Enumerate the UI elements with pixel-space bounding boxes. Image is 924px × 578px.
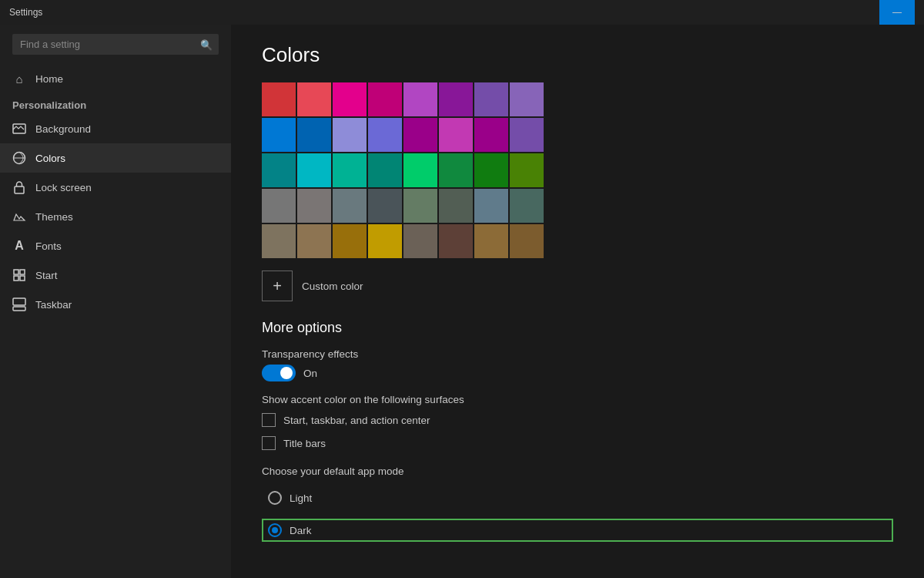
svg-rect-3 xyxy=(15,187,24,193)
sidebar-item-themes[interactable]: Themes xyxy=(0,202,231,231)
transparency-option: Transparency effects On xyxy=(262,348,893,381)
radio-light[interactable]: Light xyxy=(262,486,893,509)
radio-dark-label: Dark xyxy=(290,525,312,536)
color-swatch[interactable] xyxy=(368,153,402,187)
colors-icon xyxy=(12,151,26,165)
color-swatch[interactable] xyxy=(297,153,331,187)
color-swatch[interactable] xyxy=(439,118,473,152)
color-swatch[interactable] xyxy=(333,224,367,258)
transparency-toggle-row: On xyxy=(262,365,893,381)
sidebar-colors-label: Colors xyxy=(35,153,65,164)
radio-dark-inner xyxy=(272,527,278,533)
color-swatch[interactable] xyxy=(403,82,437,116)
more-options-title: More options xyxy=(262,320,893,336)
color-swatch[interactable] xyxy=(333,118,367,152)
color-swatch[interactable] xyxy=(510,189,544,223)
color-row xyxy=(262,153,893,187)
search-container: 🔍 xyxy=(12,34,219,55)
sidebar-item-background[interactable]: Background xyxy=(0,114,231,143)
color-swatch[interactable] xyxy=(368,224,402,258)
svg-rect-4 xyxy=(14,270,18,274)
transparency-toggle-text: On xyxy=(303,368,317,379)
color-swatch[interactable] xyxy=(333,82,367,116)
color-swatch[interactable] xyxy=(510,224,544,258)
transparency-label: Transparency effects xyxy=(262,348,893,360)
checkbox-title-bars-box[interactable] xyxy=(262,436,276,450)
color-row xyxy=(262,118,893,152)
color-swatch[interactable] xyxy=(403,118,437,152)
start-icon xyxy=(12,268,26,282)
color-swatch[interactable] xyxy=(403,189,437,223)
fonts-icon: A xyxy=(12,239,26,253)
color-swatch[interactable] xyxy=(474,82,508,116)
checkbox-title-bars[interactable]: Title bars xyxy=(262,436,893,450)
checkbox-title-bars-label: Title bars xyxy=(283,438,326,449)
color-swatch[interactable] xyxy=(368,82,402,116)
checkbox-start-taskbar-label: Start, taskbar, and action center xyxy=(283,415,430,426)
svg-rect-7 xyxy=(20,276,25,281)
color-swatch[interactable] xyxy=(474,189,508,223)
sidebar-item-taskbar[interactable]: Taskbar xyxy=(0,290,231,319)
color-swatch[interactable] xyxy=(403,153,437,187)
color-swatch[interactable] xyxy=(297,189,331,223)
color-swatch[interactable] xyxy=(333,153,367,187)
color-swatch[interactable] xyxy=(333,189,367,223)
color-swatch[interactable] xyxy=(474,118,508,152)
svg-rect-5 xyxy=(20,270,25,274)
radio-dark-button[interactable] xyxy=(268,523,282,537)
color-swatch[interactable] xyxy=(403,224,437,258)
search-input[interactable] xyxy=(12,34,219,55)
lock-screen-icon xyxy=(12,180,26,194)
sidebar: 🔍 ⌂ Home Personalization Background Colo… xyxy=(0,25,231,578)
taskbar-icon xyxy=(12,297,26,311)
sidebar-fonts-label: Fonts xyxy=(35,240,62,252)
color-swatch[interactable] xyxy=(297,224,331,258)
sidebar-item-lock-screen[interactable]: Lock screen xyxy=(0,173,231,202)
color-swatch[interactable] xyxy=(439,189,473,223)
custom-color-button[interactable]: + Custom color xyxy=(262,271,893,301)
color-swatch[interactable] xyxy=(439,224,473,258)
color-swatch[interactable] xyxy=(474,224,508,258)
checkbox-start-taskbar[interactable]: Start, taskbar, and action center xyxy=(262,413,893,427)
minimize-button[interactable]: — xyxy=(879,0,915,25)
color-swatch[interactable] xyxy=(262,189,296,223)
transparency-toggle[interactable] xyxy=(262,365,296,381)
checkbox-start-taskbar-box[interactable] xyxy=(262,413,276,427)
search-icon: 🔍 xyxy=(200,39,213,50)
sidebar-item-home[interactable]: ⌂ Home xyxy=(0,64,231,93)
color-row xyxy=(262,189,893,223)
content-area: Colors + Custom color More options Trans… xyxy=(231,25,924,578)
color-swatch[interactable] xyxy=(368,189,402,223)
color-swatch[interactable] xyxy=(510,82,544,116)
sidebar-section-label: Personalization xyxy=(0,93,231,114)
color-swatch[interactable] xyxy=(439,153,473,187)
color-row xyxy=(262,224,893,258)
color-swatch[interactable] xyxy=(262,118,296,152)
color-swatch[interactable] xyxy=(510,153,544,187)
color-swatch[interactable] xyxy=(262,82,296,116)
sidebar-item-fonts[interactable]: A Fonts xyxy=(0,231,231,260)
themes-icon xyxy=(12,210,26,223)
color-swatch[interactable] xyxy=(297,82,331,116)
color-swatch[interactable] xyxy=(439,82,473,116)
toggle-knob xyxy=(280,367,293,379)
color-swatch[interactable] xyxy=(262,224,296,258)
color-swatch[interactable] xyxy=(262,153,296,187)
color-swatch[interactable] xyxy=(510,118,544,152)
color-swatch[interactable] xyxy=(368,118,402,152)
radio-light-label: Light xyxy=(290,492,312,504)
sidebar-item-colors[interactable]: Colors xyxy=(0,143,231,173)
sidebar-lock-screen-label: Lock screen xyxy=(35,182,92,193)
color-swatch[interactable] xyxy=(297,118,331,152)
title-bar: Settings — xyxy=(0,0,924,25)
radio-light-button[interactable] xyxy=(268,491,282,505)
sidebar-item-start[interactable]: Start xyxy=(0,260,231,290)
app-mode-label: Choose your default app mode xyxy=(262,465,893,477)
color-swatch[interactable] xyxy=(474,153,508,187)
app-title: Settings xyxy=(9,7,42,18)
sidebar-start-label: Start xyxy=(35,270,58,281)
sidebar-themes-label: Themes xyxy=(35,211,73,223)
radio-dark[interactable]: Dark xyxy=(262,519,893,542)
window-controls: — xyxy=(879,0,915,25)
main-layout: 🔍 ⌂ Home Personalization Background Colo… xyxy=(0,25,924,578)
